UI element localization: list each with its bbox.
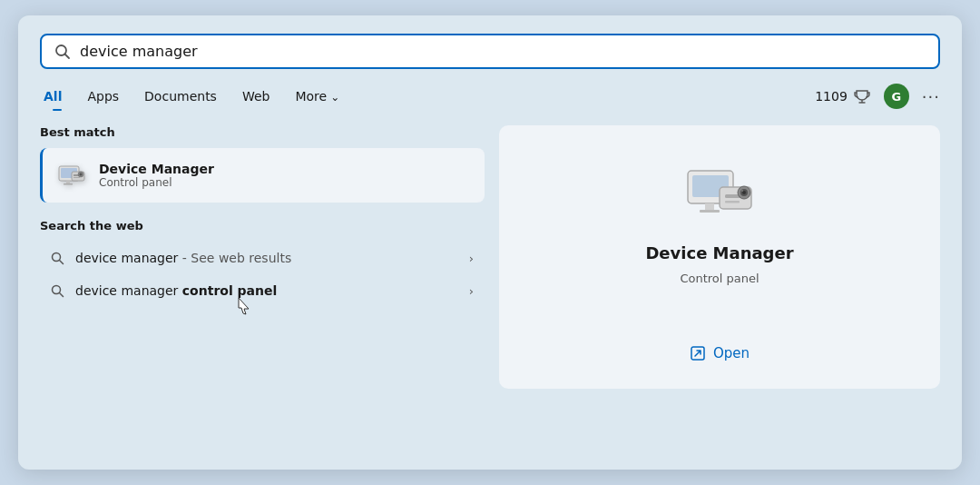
tab-web[interactable]: Web	[230, 84, 283, 109]
web-result-2-text: device manager control panel	[75, 283, 458, 298]
search-icon-web-2	[51, 284, 64, 298]
svg-rect-23	[725, 201, 740, 203]
svg-line-14	[60, 260, 64, 263]
svg-rect-7	[64, 183, 73, 185]
web-result-1[interactable]: device manager - See web results ›	[40, 242, 485, 274]
points-badge: 1109	[815, 87, 871, 105]
svg-rect-20	[700, 210, 720, 213]
tab-documents[interactable]: Documents	[132, 84, 230, 109]
device-manager-large-icon	[683, 162, 756, 225]
svg-rect-10	[74, 177, 80, 178]
web-result-1-text: device manager - See web results	[75, 251, 458, 265]
search-icon-web-1	[51, 252, 64, 265]
open-button[interactable]: Open	[681, 340, 759, 367]
points-value: 1109	[815, 89, 848, 104]
svg-rect-6	[66, 181, 70, 183]
tab-apps[interactable]: Apps	[74, 84, 132, 109]
web-section-title: Search the web	[40, 219, 485, 233]
best-match-name: Device Manager	[99, 162, 214, 176]
avatar[interactable]: G	[884, 84, 909, 109]
left-panel: Best match	[40, 125, 485, 389]
tab-all[interactable]: All	[40, 84, 74, 109]
search-input[interactable]	[80, 43, 926, 60]
right-panel-icon	[683, 162, 756, 225]
tab-more[interactable]: More ⌄	[282, 84, 352, 109]
best-match-title: Best match	[40, 125, 485, 139]
more-label: More	[295, 89, 327, 104]
right-panel: Device Manager Control panel Open	[499, 125, 940, 389]
search-icon	[54, 44, 71, 60]
right-panel-name: Device Manager	[645, 243, 793, 262]
tabs-right: 1109 G ···	[815, 84, 940, 109]
search-bar	[40, 34, 940, 69]
avatar-letter: G	[891, 90, 901, 104]
open-label: Open	[713, 345, 750, 361]
open-external-icon	[690, 345, 706, 361]
chevron-right-icon-1: ›	[469, 252, 474, 265]
trophy-icon	[853, 87, 871, 105]
chevron-right-icon-2: ›	[469, 284, 474, 298]
right-panel-subtitle: Control panel	[680, 272, 759, 285]
svg-point-12	[80, 173, 83, 176]
search-panel: All Apps Documents Web More ⌄ 1109 G ·	[18, 15, 962, 470]
svg-line-1	[65, 54, 70, 58]
svg-rect-19	[705, 203, 714, 210]
device-manager-icon	[55, 159, 88, 192]
content-area: Best match	[40, 125, 940, 389]
best-match-item[interactable]: Device Manager Control panel	[40, 148, 485, 203]
web-result-2[interactable]: device manager control panel ›	[40, 274, 485, 307]
svg-line-16	[60, 292, 64, 296]
best-match-subtitle: Control panel	[99, 176, 214, 189]
chevron-down-icon: ⌄	[330, 91, 339, 104]
more-options-button[interactable]: ···	[922, 87, 940, 106]
best-match-text: Device Manager Control panel	[99, 162, 214, 189]
svg-point-27	[741, 190, 743, 192]
tabs-row: All Apps Documents Web More ⌄ 1109 G ·	[40, 84, 940, 109]
